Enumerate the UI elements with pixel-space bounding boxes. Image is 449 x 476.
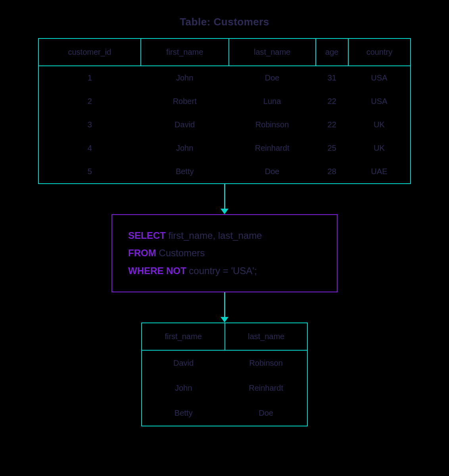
cell: Robinson: [225, 350, 307, 376]
table-row: 3 David Robinson 22 UK: [38, 113, 411, 136]
cell: John: [141, 136, 229, 160]
col-header: age: [316, 38, 348, 66]
col-header: first_name: [142, 323, 225, 350]
col-header: first_name: [141, 38, 229, 66]
col-header: last_name: [229, 38, 316, 66]
sql-text: first_name, last_name: [166, 230, 262, 241]
sql-text: Customers: [156, 248, 205, 258]
customers-table: customer_id first_name last_name age cou…: [38, 38, 411, 184]
sql-line: SELECT first_name, last_name: [128, 227, 321, 244]
table-row: 5 Betty Doe 28 UAE: [38, 160, 411, 184]
cell: 28: [316, 160, 348, 184]
arrow-down-icon: [221, 184, 228, 214]
col-header: country: [348, 38, 411, 66]
cell: Reinhardt: [229, 136, 316, 160]
sql-keyword-where-not: WHERE NOT: [128, 265, 186, 276]
cell: Doe: [225, 401, 307, 426]
cell: Doe: [229, 66, 316, 90]
col-header: customer_id: [38, 38, 141, 66]
cell: USA: [348, 66, 411, 90]
sql-line: FROM Customers: [128, 244, 321, 262]
cell: 3: [38, 113, 141, 136]
cell: Betty: [141, 160, 229, 184]
cell: John: [142, 376, 225, 401]
table-row: David Robinson: [142, 350, 307, 376]
cell: UAE: [348, 160, 411, 184]
cell: 2: [38, 90, 141, 113]
table-row: John Reinhardt: [142, 376, 307, 401]
table-title: Table: Customers: [180, 16, 269, 28]
table-row: 1 John Doe 31 USA: [38, 66, 411, 90]
cell: 1: [38, 66, 141, 90]
sql-line: WHERE NOT country = 'USA';: [128, 262, 321, 280]
table-row: 4 John Reinhardt 25 UK: [38, 136, 411, 160]
col-header: last_name: [225, 323, 307, 350]
cell: Robinson: [229, 113, 316, 136]
cell: Betty: [142, 401, 225, 426]
sql-keyword-from: FROM: [128, 248, 156, 258]
cell: 22: [316, 90, 348, 113]
cell: UK: [348, 136, 411, 160]
sql-keyword-select: SELECT: [128, 230, 166, 241]
cell: USA: [348, 90, 411, 113]
cell: 5: [38, 160, 141, 184]
arrow-down-icon: [221, 292, 228, 322]
cell: 31: [316, 66, 348, 90]
cell: David: [142, 350, 225, 376]
cell: 4: [38, 136, 141, 160]
cell: John: [141, 66, 229, 90]
cell: UK: [348, 113, 411, 136]
cell: 25: [316, 136, 348, 160]
cell: 22: [316, 113, 348, 136]
sql-query-box: SELECT first_name, last_name FROM Custom…: [111, 214, 338, 292]
result-table: first_name last_name David Robinson John…: [141, 322, 308, 426]
cell: Luna: [229, 90, 316, 113]
cell: Reinhardt: [225, 376, 307, 401]
cell: Doe: [229, 160, 316, 184]
cell: David: [141, 113, 229, 136]
sql-text: country = 'USA';: [186, 265, 257, 276]
table-row: 2 Robert Luna 22 USA: [38, 90, 411, 113]
table-row: Betty Doe: [142, 401, 307, 426]
cell: Robert: [141, 90, 229, 113]
